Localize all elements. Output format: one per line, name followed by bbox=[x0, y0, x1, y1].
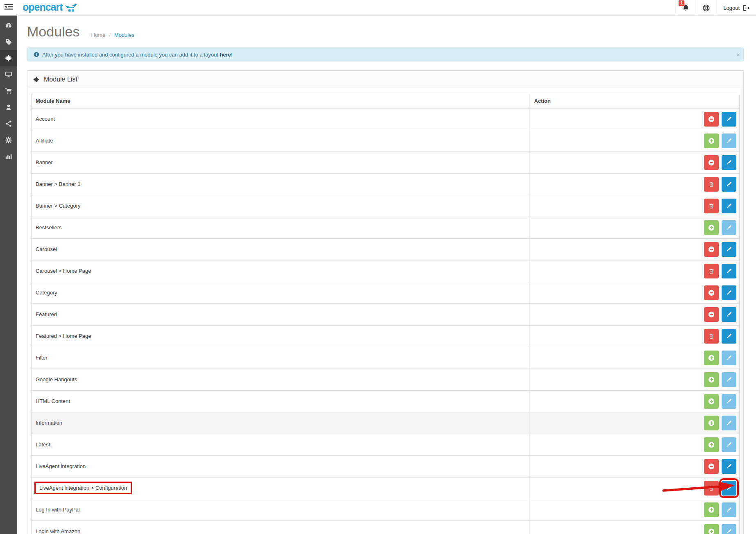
alert-text: After you have installed and configured … bbox=[42, 52, 233, 58]
trash-icon bbox=[708, 203, 715, 209]
module-toggle-install-button[interactable] bbox=[704, 307, 719, 322]
plus-circle-icon bbox=[708, 420, 715, 426]
module-toggle-install-button[interactable] bbox=[704, 502, 719, 517]
menu-toggle-icon[interactable] bbox=[5, 3, 14, 11]
module-edit-button[interactable] bbox=[722, 134, 736, 148]
module-toggle-install-button[interactable] bbox=[704, 242, 719, 257]
puzzle-icon bbox=[33, 76, 40, 83]
breadcrumb: Home / Modules bbox=[91, 32, 134, 38]
plus-circle-icon bbox=[708, 398, 715, 405]
module-toggle-install-button[interactable] bbox=[704, 112, 719, 127]
table-row: Featured bbox=[32, 303, 740, 325]
module-name: Bestsellers bbox=[36, 224, 62, 231]
module-edit-button[interactable] bbox=[722, 372, 736, 387]
alert-close-icon[interactable]: × bbox=[736, 52, 740, 58]
module-edit-button[interactable] bbox=[722, 285, 736, 300]
module-toggle-install-button[interactable] bbox=[704, 524, 719, 534]
sidebar-item-marketing[interactable] bbox=[0, 115, 17, 132]
sidebar-item-extensions[interactable] bbox=[0, 50, 17, 66]
module-edit-button[interactable] bbox=[722, 177, 736, 192]
module-toggle-install-button[interactable] bbox=[704, 220, 719, 235]
module-edit-button[interactable] bbox=[722, 155, 736, 170]
main-content: Modules Home / Modules After you have in… bbox=[17, 16, 756, 534]
sidebar-item-customers[interactable] bbox=[0, 99, 17, 115]
module-edit-button[interactable] bbox=[722, 307, 736, 322]
panel-body: Module Name Action Account bbox=[27, 88, 743, 534]
sidebar-item-system[interactable] bbox=[0, 132, 17, 148]
module-name: Category bbox=[36, 290, 57, 296]
module-name: Filter bbox=[36, 355, 48, 361]
module-edit-button[interactable] bbox=[722, 199, 736, 213]
module-toggle-install-button[interactable] bbox=[704, 177, 719, 192]
breadcrumb-modules-link[interactable]: Modules bbox=[114, 32, 134, 38]
module-edit-button[interactable] bbox=[722, 416, 736, 430]
pencil-icon bbox=[726, 203, 732, 209]
pencil-icon bbox=[726, 463, 732, 470]
module-toggle-install-button[interactable] bbox=[704, 134, 719, 148]
alert-here-link[interactable]: here bbox=[220, 52, 231, 58]
table-row: Featured > Home Page bbox=[32, 325, 740, 347]
puzzle-icon bbox=[5, 54, 13, 62]
module-edit-button[interactable] bbox=[722, 351, 736, 365]
module-toggle-install-button[interactable] bbox=[704, 264, 719, 278]
pencil-icon bbox=[726, 246, 732, 253]
module-toggle-install-button[interactable] bbox=[704, 416, 719, 430]
module-name: Carousel bbox=[36, 246, 57, 252]
table-row: Account bbox=[32, 108, 740, 130]
module-name: HTML Content bbox=[36, 398, 70, 404]
lifering-icon bbox=[702, 4, 710, 12]
top-bar: opencart 1 Logout bbox=[0, 0, 756, 16]
module-name: Information bbox=[36, 420, 62, 426]
module-name: Google Hangouts bbox=[36, 376, 77, 382]
module-edit-button[interactable] bbox=[722, 502, 736, 517]
module-toggle-install-button[interactable] bbox=[704, 437, 719, 452]
sidebar-item-catalog[interactable] bbox=[0, 34, 17, 50]
sidebar-item-sales[interactable] bbox=[0, 83, 17, 99]
share-icon bbox=[5, 120, 12, 127]
sidebar-item-dashboard[interactable] bbox=[0, 17, 17, 34]
table-row: HTML Content bbox=[32, 390, 740, 412]
breadcrumb-separator: / bbox=[109, 32, 111, 38]
module-name: Log In with PayPal bbox=[36, 507, 80, 513]
module-edit-button[interactable] bbox=[722, 264, 736, 278]
annotation-arrow bbox=[662, 480, 736, 493]
module-edit-button[interactable] bbox=[722, 459, 736, 474]
module-toggle-install-button[interactable] bbox=[704, 351, 719, 365]
pencil-icon bbox=[726, 181, 732, 188]
module-edit-button[interactable] bbox=[722, 524, 736, 534]
table-row: Carousel > Home Page bbox=[32, 260, 740, 282]
module-edit-button[interactable] bbox=[722, 329, 736, 344]
notifications-button[interactable]: 1 bbox=[675, 0, 696, 16]
page-title: Modules bbox=[27, 24, 80, 40]
module-edit-button[interactable] bbox=[722, 394, 736, 409]
module-toggle-install-button[interactable] bbox=[704, 199, 719, 213]
module-toggle-install-button[interactable] bbox=[704, 285, 719, 300]
module-toggle-install-button[interactable] bbox=[704, 372, 719, 387]
tag-icon bbox=[5, 38, 12, 45]
module-toggle-install-button[interactable] bbox=[704, 459, 719, 474]
table-row: LiveAgent integration > Configuration bbox=[32, 477, 740, 499]
module-toggle-install-button[interactable] bbox=[704, 329, 719, 344]
plus-circle-icon bbox=[708, 507, 715, 513]
module-toggle-install-button[interactable] bbox=[704, 394, 719, 409]
plus-circle-icon bbox=[708, 355, 715, 361]
plus-circle-icon bbox=[708, 138, 715, 144]
opencart-logo[interactable]: opencart bbox=[23, 1, 78, 13]
table-row: Google Hangouts bbox=[32, 369, 740, 390]
support-button[interactable] bbox=[696, 0, 716, 16]
module-edit-button[interactable] bbox=[722, 220, 736, 235]
module-edit-button[interactable] bbox=[722, 242, 736, 257]
minus-circle-icon bbox=[708, 159, 715, 166]
module-table-body: Account bbox=[32, 108, 740, 534]
pencil-icon bbox=[726, 376, 732, 383]
logout-button[interactable]: Logout bbox=[716, 0, 756, 16]
pencil-icon bbox=[726, 420, 732, 426]
module-edit-button[interactable] bbox=[722, 112, 736, 127]
table-row: Log In with PayPal bbox=[32, 499, 740, 520]
sidebar-item-reports[interactable] bbox=[0, 148, 17, 165]
sidebar-item-design[interactable] bbox=[0, 66, 17, 83]
minus-circle-icon bbox=[708, 463, 715, 470]
module-toggle-install-button[interactable] bbox=[704, 155, 719, 170]
module-edit-button[interactable] bbox=[722, 437, 736, 452]
breadcrumb-home-link[interactable]: Home bbox=[91, 32, 106, 38]
